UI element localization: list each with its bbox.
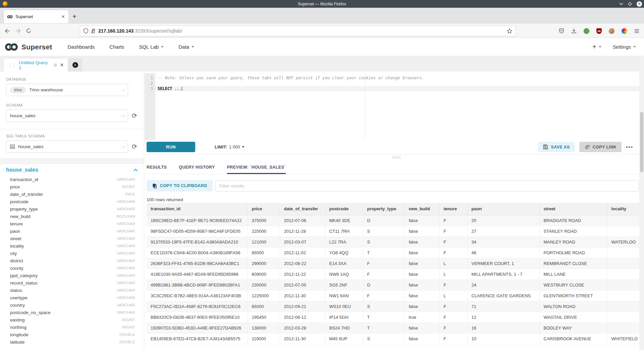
extension-asterisk-icon[interactable] — [622, 28, 627, 34]
extension-privacy-badger-icon[interactable] — [584, 28, 589, 34]
menu-hamburger-icon[interactable] — [634, 29, 639, 33]
add-new-button[interactable]: + — [592, 43, 601, 51]
grid-header-cell[interactable]: postcode — [325, 203, 363, 215]
cell-new-build: false — [405, 279, 439, 290]
row-count-text: 100 rows returned — [147, 197, 183, 202]
database-select[interactable]: trino Trino warehouse — [6, 84, 128, 96]
cell-transaction-id: 98F5DC47-0D05-4D59-95B7-98CA6F1FDE05 — [147, 226, 248, 236]
nav-item-dashboards[interactable]: Dashboards — [67, 44, 95, 50]
cell-street: GLENTWORTH STREET — [539, 290, 607, 301]
cell-street: MANLEY ROAD — [539, 236, 607, 247]
copy-link-button[interactable]: COPY LINK — [579, 142, 622, 152]
browser-tab[interactable]: Superset ✕ — [3, 10, 69, 23]
chevron-down-icon — [242, 146, 245, 148]
extension-ublock-icon[interactable]: uB — [596, 28, 602, 34]
table-schema-title[interactable]: house_sales — [6, 167, 135, 173]
cell-paon: MILL APARTMENTS, 1 - 7 — [467, 269, 539, 279]
table-row[interactable]: 193907D3-5DBD-453D-A49E-9FEE27DAB926 138… — [147, 322, 639, 333]
nav-item-sql-lab[interactable]: SQL Lab — [139, 44, 164, 50]
cell-tenure: L — [439, 258, 467, 269]
table-row[interactable]: 91370533-19F5-47FE-B142-A380A8ADA210 121… — [147, 236, 639, 247]
column-type: VARCHAR — [117, 303, 135, 307]
tab-results[interactable]: RESULTS — [147, 165, 167, 174]
cell-price: 609000 — [248, 269, 280, 279]
drag-handle-icon[interactable]: ⋮⋮ — [8, 62, 16, 68]
refresh-schemas-button[interactable]: ⟳ — [132, 113, 137, 119]
tab-close-icon[interactable]: ✕ — [61, 14, 65, 19]
grid-header-cell[interactable]: new_build — [405, 203, 439, 215]
query-tab-active[interactable]: ⋮⋮ Untitled Query 1 ✕ — [3, 58, 68, 72]
add-query-tab-button[interactable]: + — [68, 58, 82, 72]
cell-paon: 34 — [467, 236, 539, 247]
sql-editor[interactable]: 1 2 3 -- Note: Unless you save your quer… — [145, 73, 639, 140]
cell-transaction-id: 1B5C39ED-BE7F-41EF-9E71-9C60EED74A22 — [147, 215, 248, 226]
window-minimize-button[interactable] — [619, 3, 623, 5]
nav-item-charts[interactable]: Charts — [109, 44, 124, 50]
tracking-shield-icon[interactable] — [84, 28, 88, 34]
query-tab-close-icon[interactable]: ✕ — [60, 62, 64, 68]
downloads-icon[interactable] — [571, 28, 577, 34]
url-bar[interactable]: 217.160.120.143:32393/superset/sqllab/ — [80, 26, 516, 36]
insecure-lock-icon[interactable] — [91, 28, 96, 34]
cell-property-type: T — [363, 322, 405, 333]
extension-cookie-icon[interactable] — [609, 28, 614, 34]
table-row[interactable]: ECE1D376-C9A6-4C00-B004-A380B189FA56 850… — [147, 247, 639, 258]
grid-header-cell[interactable]: date_of_transfer — [280, 203, 325, 215]
column-type: DATE — [125, 192, 135, 196]
reload-button[interactable] — [26, 28, 31, 33]
forward-button[interactable] — [15, 29, 21, 33]
limit-control[interactable]: LIMIT: 1 000 — [215, 144, 245, 149]
editor-body[interactable]: -- Note: Unless you save your query, the… — [155, 73, 639, 140]
settings-menu[interactable]: Settings — [613, 44, 636, 50]
back-button[interactable] — [5, 29, 10, 33]
copy-to-clipboard-button[interactable]: COPY TO CLIPBOARD — [147, 180, 213, 191]
copy-to-clipboard-label: COPY TO CLIPBOARD — [160, 183, 207, 188]
grid-header-cell[interactable]: tenure — [439, 203, 467, 215]
table-row[interactable]: 98F5DC47-0D05-4D59-95B7-98CA6F1FDE05 225… — [147, 226, 639, 236]
table-row[interactable]: 499B1981-3B6B-4BCD-808F-9FED9802BFA1 230… — [147, 279, 639, 290]
cell-locality — [607, 269, 639, 279]
table-row[interactable]: EB1459EB-67ED-47C8-B2E7-A38143AB5575 119… — [147, 333, 639, 344]
grid-header-cell[interactable]: paon — [467, 203, 539, 215]
grid-header-cell[interactable]: locality — [607, 203, 639, 215]
scrollbar-thumb[interactable] — [640, 112, 643, 172]
cell-tenure: F — [439, 312, 467, 322]
bookmark-star-icon[interactable] — [507, 28, 512, 34]
more-actions-button[interactable]: ••• — [626, 144, 633, 150]
page-scrollbar[interactable] — [639, 56, 644, 350]
save-as-button[interactable]: SAVE AS — [538, 142, 575, 152]
column-type: BIGINT — [122, 185, 135, 189]
grid-header-cell[interactable]: street — [539, 203, 607, 215]
new-tab-button[interactable]: + — [69, 10, 80, 23]
table-row[interactable]: 2636F323-FF41-4765-81DB-98CAA6A43BC1 299… — [147, 258, 639, 269]
tab-preview-house-sales[interactable]: PREVIEW: `HOUSE_SALES` — [227, 165, 286, 174]
table-select[interactable]: house_sales — [6, 140, 128, 153]
filter-results-input[interactable] — [215, 180, 639, 191]
table-row[interactable]: 419E1030-9A55-4467-8DA9-9FED95D65966 609… — [147, 269, 639, 279]
pocket-icon[interactable] — [559, 28, 564, 34]
tab-query-history[interactable]: QUERY HISTORY — [179, 165, 215, 174]
pane-resize-handle[interactable] — [392, 156, 401, 159]
refresh-tables-button[interactable]: ⟳ — [132, 143, 137, 150]
run-button[interactable]: RUN — [147, 142, 195, 152]
nav-item-data[interactable]: Data — [178, 44, 194, 50]
table-row[interactable]: 3C3C29DC-B7B2-4BE5-914A-A38123AF403B 122… — [147, 290, 639, 301]
grid-header-cell[interactable]: property_type — [363, 203, 405, 215]
superset-brand[interactable]: Superset — [5, 43, 52, 51]
cell-postcode: IP14 5GH — [325, 312, 363, 322]
cell-tenure: L — [439, 269, 467, 279]
window-maximize-button[interactable] — [628, 2, 632, 6]
table-row[interactable]: BB8320C9-D82B-4B37-90E0-9FEE05095E10 195… — [147, 312, 639, 322]
line-number: 1 — [145, 75, 153, 81]
column-type: BIGINT — [122, 325, 135, 329]
table-row[interactable]: 1B5C39ED-BE7F-41EF-9E71-9C60EED74A22 375… — [147, 215, 639, 226]
table-row[interactable]: F5C273AC-0D2A-458F-8279-9C61F0C22EC6 650… — [147, 301, 639, 312]
grid-header-cell[interactable]: transaction_id — [147, 203, 248, 215]
window-close-button[interactable]: ✕ — [637, 1, 642, 7]
cell-street: CARISBROOK AVENUE — [539, 333, 607, 344]
cell-paon: 12 — [467, 312, 539, 322]
schema-select[interactable]: house_sales — [6, 110, 128, 122]
grid-header-cell[interactable]: price — [248, 203, 280, 215]
nav-label: Dashboards — [67, 44, 95, 50]
column-type: VARCHAR — [117, 273, 135, 277]
